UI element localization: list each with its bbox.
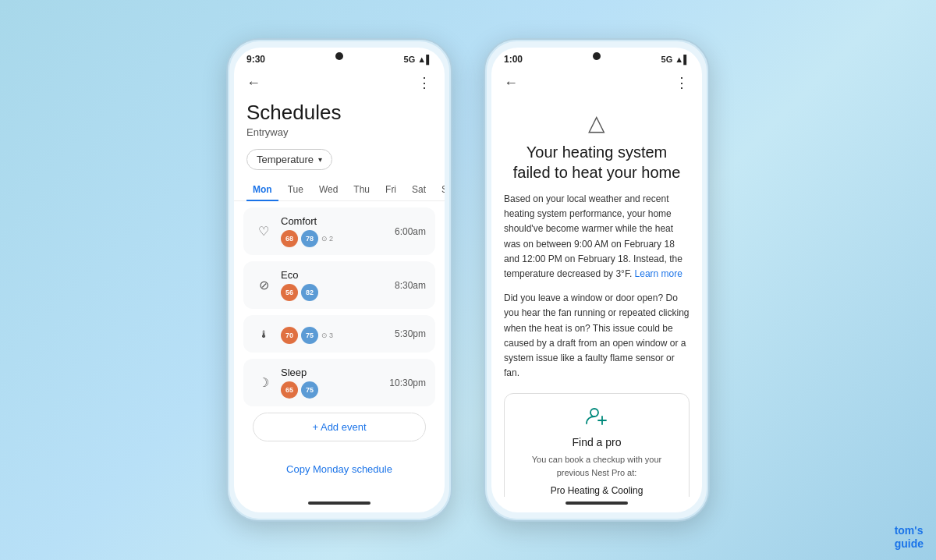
camera-notch [335,52,343,60]
time-1: 9:30 [246,54,265,65]
tab-fri[interactable]: Fri [379,179,402,201]
pro-name: Pro Heating & Cooling [517,485,676,496]
menu-button-1[interactable]: ⋮ [417,74,432,91]
sleep-time: 10:30pm [389,377,426,388]
sleep-cool-badge: 75 [301,381,318,399]
svg-point-0 [590,409,598,416]
menu-button-2[interactable]: ⋮ [675,74,690,91]
temperature-dropdown[interactable]: Temperature ▾ [246,149,332,170]
page-title-schedules: Schedules [234,97,445,126]
phone-heating-alert: 1:00 5G ▲▌ ← ⋮ △ Your heating system fai… [484,38,710,522]
alert-screen: △ Your heating system failed to heat you… [491,97,702,497]
custom-fan: ⊙3 [321,331,333,339]
comfort-icon: ♡ [253,221,275,243]
alert-title: Your heating system failed to heat your … [491,142,702,192]
day-tabs: Mon Tue Wed Thu Fri Sat Sun [234,179,445,201]
alert-body-2: Did you leave a window or door open? Do … [491,291,702,390]
home-bar-2 [566,502,628,505]
tab-wed[interactable]: Wed [313,179,344,201]
status-icons-2: 5G ▲▌ [661,55,690,64]
status-icons-1: 5G ▲▌ [404,55,432,64]
tab-sat[interactable]: Sat [406,179,432,201]
sleep-heat-badge: 65 [281,381,298,399]
tab-tue[interactable]: Tue [282,179,310,201]
schedule-eco[interactable]: ⊘ Eco 56 82 8:30am [243,261,435,309]
comfort-cool-badge: 78 [301,230,318,247]
tab-thu[interactable]: Thu [347,179,376,201]
home-bar-1 [308,502,370,505]
tab-mon[interactable]: Mon [246,179,278,201]
schedule-sleep[interactable]: ☽ Sleep 65 75 10:30pm [243,359,435,406]
find-pro-card: Find a pro You can book a checkup with y… [504,393,690,497]
dropdown-chevron: ▾ [318,155,322,164]
home-indicator-1 [234,497,445,512]
find-pro-body: You can book a checkup with your previou… [517,453,676,479]
alert-warning-icon: △ [491,97,702,142]
toms-guide-watermark: tom's guide [895,524,924,551]
comfort-heat-badge: 68 [281,230,298,247]
custom-cool-badge: 75 [301,327,318,344]
time-2: 1:00 [504,54,523,65]
toolbar-2: ← ⋮ [491,68,702,97]
eco-cool-badge: 82 [301,284,318,301]
camera-notch-2 [593,52,601,60]
phone-schedules: 9:30 5G ▲▌ ← ⋮ Schedules Entryway Temper… [226,38,452,522]
page-subtitle-schedules: Entryway [234,126,445,146]
eco-time: 8:30am [395,280,426,291]
comfort-fan: ⊙2 [321,235,333,243]
schedule-comfort[interactable]: ♡ Comfort 68 78 ⊙2 6:00am [243,207,435,255]
comfort-time: 6:00am [395,226,426,237]
back-button-1[interactable]: ← [246,75,261,91]
learn-more-link[interactable]: Learn more [635,268,682,279]
schedules-screen: Schedules Entryway Temperature ▾ Mon Tue… [234,97,445,497]
home-indicator-2 [491,497,702,512]
custom-time: 5:30pm [395,328,426,339]
schedule-list: ♡ Comfort 68 78 ⊙2 6:00am [234,201,445,454]
find-pro-title: Find a pro [517,436,676,448]
tab-sun[interactable]: Sun [435,179,445,201]
copy-schedule-button[interactable]: Copy Monday schedule [234,454,445,484]
eco-heat-badge: 56 [281,284,298,301]
custom-icon: 🌡 [253,323,275,345]
add-event-button[interactable]: + Add event [253,413,426,441]
eco-icon: ⊘ [253,275,275,296]
toolbar-1: ← ⋮ [234,68,445,97]
schedule-custom[interactable]: 🌡 70 75 ⊙3 5:30pm [243,315,435,353]
custom-heat-badge: 70 [281,327,298,344]
sleep-icon: ☽ [253,372,275,394]
alert-body-1: Based on your local weather and recent h… [491,192,702,291]
back-button-2[interactable]: ← [504,75,518,91]
find-pro-icon [517,406,676,431]
